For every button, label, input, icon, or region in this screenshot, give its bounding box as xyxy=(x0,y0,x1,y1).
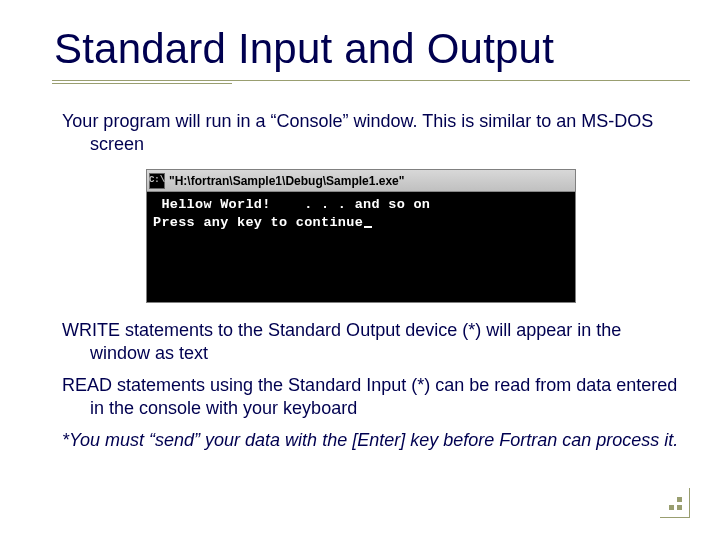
console-app-icon: C:\ xyxy=(149,173,165,189)
console-window: C:\ "H:\fortran\Sample1\Debug\Sample1.ex… xyxy=(146,169,576,303)
enter-key-note: *You must “send” your data with the [Ent… xyxy=(82,429,680,452)
text-cursor xyxy=(364,226,372,228)
slide-title: Standard Input and Output xyxy=(54,26,680,72)
slide: Standard Input and Output Your program w… xyxy=(0,0,720,540)
console-screenshot: C:\ "H:\fortran\Sample1\Debug\Sample1.ex… xyxy=(146,169,576,303)
intro-paragraph: Your program will run in a “Console” win… xyxy=(82,110,680,155)
console-titlebar: C:\ "H:\fortran\Sample1\Debug\Sample1.ex… xyxy=(147,170,575,192)
corner-dot xyxy=(669,505,674,510)
title-underline xyxy=(52,80,690,84)
console-line-2: Press any key to continue xyxy=(153,215,363,230)
corner-accent xyxy=(660,488,690,518)
corner-dot xyxy=(677,505,682,510)
corner-dot xyxy=(677,497,682,502)
read-paragraph: READ statements using the Standard Input… xyxy=(82,374,680,419)
console-line-1: Hellow World! . . . and so on xyxy=(153,197,430,212)
console-title-path: "H:\fortran\Sample1\Debug\Sample1.exe" xyxy=(169,174,573,188)
console-body: Hellow World! . . . and so on Press any … xyxy=(147,192,575,302)
write-paragraph: WRITE statements to the Standard Output … xyxy=(82,319,680,364)
